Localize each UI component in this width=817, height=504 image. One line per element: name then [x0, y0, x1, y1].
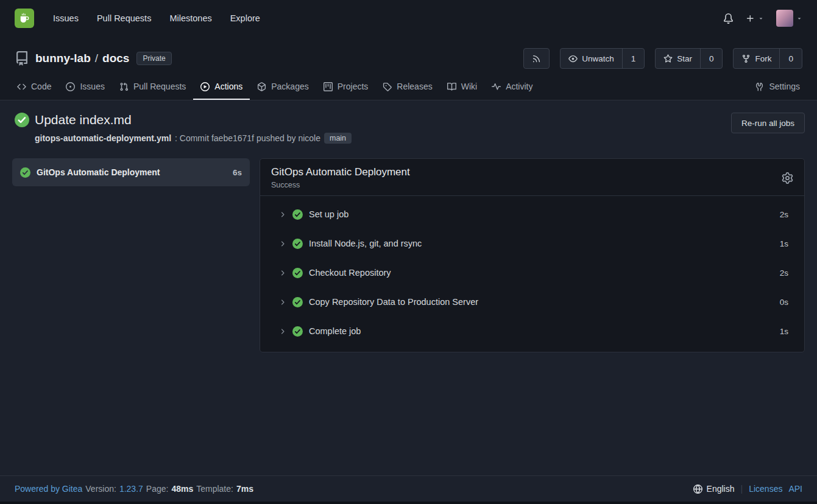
nav-item-pull-requests[interactable]: Pull Requests: [88, 7, 160, 29]
step-name: Copy Repository Data to Production Serve…: [309, 297, 478, 307]
play-circle-icon: [200, 82, 210, 91]
package-icon: [257, 82, 266, 91]
tab-activity[interactable]: Activity: [484, 74, 540, 100]
step-duration: 1s: [780, 239, 788, 248]
step-name: Install Node.js, git, and rsync: [309, 239, 422, 248]
step-duration: 1s: [780, 327, 788, 336]
tab-code[interactable]: Code: [10, 74, 58, 100]
page-time-value: 48ms: [171, 484, 193, 494]
language-selector[interactable]: English: [693, 484, 735, 494]
project-board-icon: [324, 82, 333, 91]
repo-title-row: bunny-lab / docs Private Unwatch: [0, 45, 817, 72]
unwatch-button[interactable]: Unwatch: [561, 49, 622, 68]
star-button-group: Star 0: [655, 48, 723, 69]
chevron-right-icon: [278, 327, 286, 335]
globe-icon: [693, 485, 702, 494]
tab-actions[interactable]: Actions: [193, 74, 250, 100]
create-new-button[interactable]: [746, 14, 764, 23]
step-row-copy[interactable]: Copy Repository Data to Production Serve…: [260, 287, 804, 317]
rerun-all-jobs-button[interactable]: Re-run all jobs: [731, 113, 805, 133]
footer-divider: |: [741, 484, 743, 494]
footer-links: English | Licenses API: [693, 484, 802, 494]
tools-icon: [755, 82, 764, 91]
plus-icon: [746, 14, 755, 23]
star-icon: [663, 54, 673, 63]
tab-actions-label: Actions: [214, 82, 242, 91]
gear-icon[interactable]: [782, 172, 793, 184]
user-avatar: [776, 10, 793, 27]
gitea-logo[interactable]: [15, 9, 34, 28]
success-check-icon: [292, 326, 303, 337]
star-label: Star: [677, 54, 692, 63]
step-row-complete[interactable]: Complete job 1s: [260, 317, 804, 346]
version-link[interactable]: 1.23.7: [119, 484, 143, 494]
chevron-right-icon: [278, 269, 286, 277]
tab-projects-label: Projects: [338, 82, 369, 91]
run-title-block: Update index.md gitops-automatic-deploym…: [12, 113, 352, 144]
tab-wiki[interactable]: Wiki: [440, 74, 484, 100]
top-navbar: Issues Pull Requests Milestones Explore: [0, 0, 817, 37]
job-list: GitOps Automatic Deployment 6s: [12, 158, 250, 186]
repo-tabs: Code Issues Pull Requests Actions: [0, 74, 817, 100]
bell-icon: [723, 13, 734, 24]
template-time-value: 7ms: [236, 484, 253, 494]
watchers-count[interactable]: 1: [622, 49, 645, 68]
fork-button[interactable]: Fork: [734, 49, 779, 68]
tab-projects[interactable]: Projects: [316, 74, 376, 100]
page-time-label: Page:: [146, 484, 169, 494]
step-duration: 0s: [780, 298, 788, 307]
forks-count[interactable]: 0: [779, 49, 802, 68]
powered-by-gitea-link[interactable]: Powered by Gitea: [15, 484, 82, 494]
success-check-icon: [15, 113, 29, 127]
branch-badge[interactable]: main: [324, 133, 352, 144]
stars-count[interactable]: 0: [700, 49, 723, 68]
tab-issues[interactable]: Issues: [58, 74, 111, 100]
run-subtitle: gitops-automatic-deployment.yml: Commit …: [12, 133, 352, 144]
licenses-link[interactable]: Licenses: [749, 484, 782, 494]
chevron-right-icon: [278, 211, 286, 219]
bottom-strip: [0, 502, 817, 504]
tab-settings[interactable]: Settings: [748, 74, 807, 100]
step-row-setup[interactable]: Set up job 2s: [260, 200, 804, 229]
workflow-file-name: gitops-automatic-deployment.yml: [35, 133, 171, 143]
notifications-button[interactable]: [723, 13, 734, 24]
step-row-install[interactable]: Install Node.js, git, and rsync 1s: [260, 229, 804, 258]
fork-icon: [741, 54, 751, 63]
tab-releases[interactable]: Releases: [375, 74, 439, 100]
tab-code-label: Code: [31, 82, 51, 91]
job-detail-panel: GitOps Automatic Deployment Success: [260, 158, 805, 352]
rss-icon: [524, 49, 549, 68]
nav-item-explore[interactable]: Explore: [221, 7, 269, 29]
nav-item-issues[interactable]: Issues: [44, 7, 88, 29]
commit-text: : Commit faebe1671f pushed by nicole: [175, 133, 320, 143]
unwatch-label: Unwatch: [582, 54, 614, 63]
user-menu-button[interactable]: [776, 10, 802, 27]
code-icon: [17, 82, 26, 91]
eye-icon: [568, 54, 578, 63]
tab-issues-label: Issues: [80, 82, 104, 91]
chevron-right-icon: [278, 298, 286, 306]
tab-activity-label: Activity: [506, 82, 532, 91]
step-row-checkout[interactable]: Checkout Repository 2s: [260, 258, 804, 287]
step-name: Set up job: [309, 209, 348, 219]
fork-button-group: Fork 0: [733, 48, 802, 69]
tab-pull-requests[interactable]: Pull Requests: [112, 74, 193, 100]
book-icon: [447, 82, 456, 91]
tab-wiki-label: Wiki: [461, 82, 477, 91]
repo-action-buttons: Unwatch 1 Star 0: [523, 48, 802, 69]
api-link[interactable]: API: [788, 484, 802, 494]
rss-button[interactable]: [523, 48, 550, 69]
success-check-icon: [292, 209, 303, 220]
repo-owner-link[interactable]: bunny-lab: [35, 52, 91, 65]
tab-packages[interactable]: Packages: [250, 74, 316, 100]
step-duration: 2s: [780, 210, 788, 219]
star-button[interactable]: Star: [656, 49, 700, 68]
pulse-icon: [492, 82, 501, 91]
job-list-item[interactable]: GitOps Automatic Deployment 6s: [12, 158, 250, 186]
chevron-down-icon: [758, 15, 764, 21]
repo-name-link[interactable]: docs: [102, 52, 129, 65]
job-status-text: Success: [271, 181, 410, 189]
step-duration: 2s: [780, 268, 788, 278]
nav-item-milestones[interactable]: Milestones: [160, 7, 221, 29]
repository-icon: [15, 51, 29, 66]
